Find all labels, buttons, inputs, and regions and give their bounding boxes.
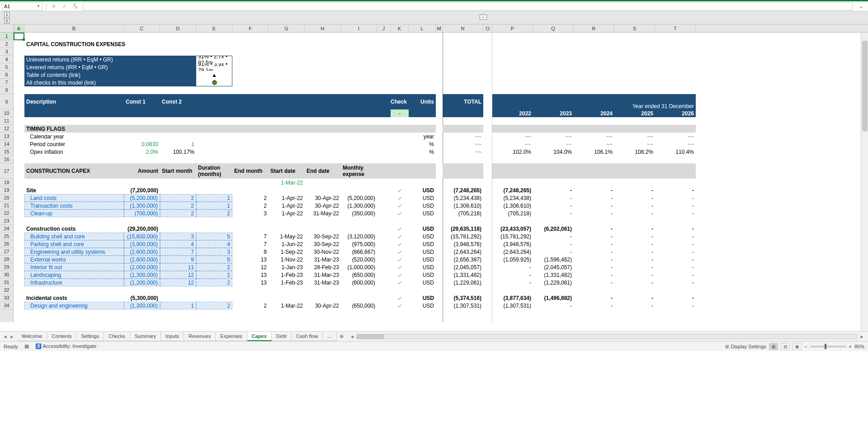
item-label[interactable]: Design and engineering xyxy=(24,302,124,309)
item-amount[interactable]: (700,000) xyxy=(124,209,160,217)
row-header-14[interactable]: 14 xyxy=(0,140,13,148)
row-header-26[interactable]: 26 xyxy=(0,240,13,248)
zoom-out-icon[interactable]: − xyxy=(804,344,807,349)
sheet-tab-summary[interactable]: Summary xyxy=(130,332,161,341)
item-duration[interactable]: 2 xyxy=(196,302,232,309)
item-amount[interactable]: (5,200,000) xyxy=(124,194,160,202)
item-duration[interactable]: 3 xyxy=(196,248,232,256)
zoom-slider[interactable] xyxy=(810,346,846,347)
fx-icon[interactable]: fx xyxy=(72,2,79,10)
row-header-23[interactable]: 23 xyxy=(0,217,13,225)
horizontal-scroll-thumb[interactable] xyxy=(357,334,384,339)
row-header-34[interactable]: 34 xyxy=(0,302,13,309)
row-header-6[interactable]: 6 xyxy=(0,71,13,79)
horizontal-scrollbar[interactable]: ◄ ► xyxy=(346,334,868,339)
cells[interactable]: CAPITAL CONSTRUCTION EXPENSESUnlevered r… xyxy=(14,33,868,322)
sheet-tab-welcome[interactable]: Welcome xyxy=(17,332,47,341)
item-duration[interactable]: 2 xyxy=(196,209,232,217)
hscroll-left-icon[interactable]: ◄ xyxy=(350,334,355,339)
column-header-N[interactable]: N xyxy=(443,24,483,32)
checks-indicator-icon[interactable] xyxy=(196,79,232,86)
item-label[interactable]: External works xyxy=(24,256,124,263)
display-settings-button[interactable]: 🖥 Display Settings xyxy=(724,344,766,349)
zoom-level[interactable]: 85% xyxy=(854,344,864,349)
row-header-31[interactable]: 31 xyxy=(0,279,13,286)
row-header-17[interactable]: 17 xyxy=(0,163,13,179)
column-header-S[interactable]: S xyxy=(614,24,655,32)
item-start-month[interactable]: 12 xyxy=(160,279,196,286)
row-header-15[interactable]: 15 xyxy=(0,148,13,156)
row-header-5[interactable]: 5 xyxy=(0,63,13,71)
row-header-33[interactable]: 33 xyxy=(0,294,13,302)
item-duration[interactable]: 4 xyxy=(196,240,232,248)
vertical-scroll-thumb[interactable] xyxy=(862,41,868,131)
item-start-month[interactable]: 2 xyxy=(160,202,196,209)
column-header-E[interactable]: E xyxy=(196,24,232,32)
column-header-C[interactable]: C xyxy=(124,24,160,32)
column-header-B[interactable]: B xyxy=(24,24,124,32)
formula-input[interactable] xyxy=(83,2,853,10)
sheet-tab-debt[interactable]: Debt xyxy=(272,332,292,341)
row-header-1[interactable]: 1 xyxy=(0,33,13,40)
column-header-D[interactable]: D xyxy=(160,24,196,32)
zoom-in-icon[interactable]: + xyxy=(849,344,852,349)
column-header-J[interactable]: J xyxy=(377,24,391,32)
formula-expand-icon[interactable]: ⌄ xyxy=(856,3,866,10)
row-header-19[interactable]: 19 xyxy=(0,186,13,194)
row-header-32[interactable]: 32 xyxy=(0,286,13,294)
row-header-24[interactable]: 24 xyxy=(0,225,13,233)
row-header-3[interactable]: 3 xyxy=(0,48,13,56)
item-label[interactable]: Transaction costs xyxy=(24,202,124,209)
item-amount[interactable]: (15,600,000) xyxy=(124,233,160,240)
row-header-8[interactable]: 8 xyxy=(0,86,13,94)
row-header-11[interactable]: 11 xyxy=(0,117,13,125)
item-duration[interactable]: 2 xyxy=(196,271,232,279)
column-header-Q[interactable]: Q xyxy=(533,24,574,32)
column-header-A[interactable]: A xyxy=(14,24,24,32)
item-start-month[interactable]: 11 xyxy=(160,263,196,271)
row-header-16[interactable]: 16 xyxy=(0,156,13,163)
sheet-tab-revenues[interactable]: Revenues xyxy=(184,332,216,341)
column-header-P[interactable]: P xyxy=(492,24,533,32)
item-start-month[interactable]: 2 xyxy=(160,209,196,217)
vertical-scrollbar[interactable] xyxy=(861,33,868,331)
item-start-month[interactable]: 7 xyxy=(160,248,196,256)
select-all-corner[interactable] xyxy=(0,24,14,32)
name-box[interactable]: A1 ▼ xyxy=(2,2,42,10)
column-header-T[interactable]: T xyxy=(655,24,696,32)
column-header-O[interactable]: O xyxy=(483,24,492,32)
row-header-22[interactable]: 22 xyxy=(0,209,13,217)
item-amount[interactable]: (2,600,000) xyxy=(124,256,160,263)
item-label[interactable]: Landscaping xyxy=(24,271,124,279)
sheet-tab-settings[interactable]: Settings xyxy=(76,332,104,341)
column-header-R[interactable]: R xyxy=(574,24,614,32)
toc-arrow-icon[interactable]: ▲ xyxy=(196,71,232,79)
column-header-H[interactable]: H xyxy=(305,24,341,32)
sheet-tab-...[interactable]: ... xyxy=(323,332,336,341)
row-header-27[interactable]: 27 xyxy=(0,248,13,256)
item-duration[interactable]: 1 xyxy=(196,202,232,209)
row-header-20[interactable]: 20 xyxy=(0,194,13,202)
toc-link[interactable]: Table of contents (link) xyxy=(24,71,196,79)
item-duration[interactable]: 5 xyxy=(196,233,232,240)
sheet-tab-checks[interactable]: Checks xyxy=(104,332,130,341)
sheet-tab-contents[interactable]: Contents xyxy=(47,332,76,341)
row-header-10[interactable]: 10 xyxy=(0,109,13,117)
row-header-12[interactable]: 12 xyxy=(0,125,13,133)
add-sheet-icon[interactable]: ⊕ xyxy=(337,333,346,339)
outline-level-1[interactable]: 1 xyxy=(4,12,9,17)
row-header-7[interactable]: 7 xyxy=(0,79,13,86)
item-amount[interactable]: (1,300,000) xyxy=(124,202,160,209)
item-duration[interactable]: 2 xyxy=(196,263,232,271)
column-header-G[interactable]: G xyxy=(269,24,305,32)
column-header-F[interactable]: F xyxy=(232,24,269,32)
item-start-month[interactable]: 3 xyxy=(160,233,196,240)
cancel-formula-icon[interactable]: ✕ xyxy=(50,3,57,10)
grid-area[interactable]: 1234567891011121314151617181920212223242… xyxy=(0,33,868,331)
row-header-30[interactable]: 30 xyxy=(0,271,13,279)
view-normal-icon[interactable]: ▦ xyxy=(769,343,778,350)
row-header-13[interactable]: 13 xyxy=(0,133,13,140)
column-header-M[interactable]: M xyxy=(436,24,443,32)
item-start-month[interactable]: 1 xyxy=(160,302,196,309)
item-amount[interactable]: (1,300,000) xyxy=(124,271,160,279)
